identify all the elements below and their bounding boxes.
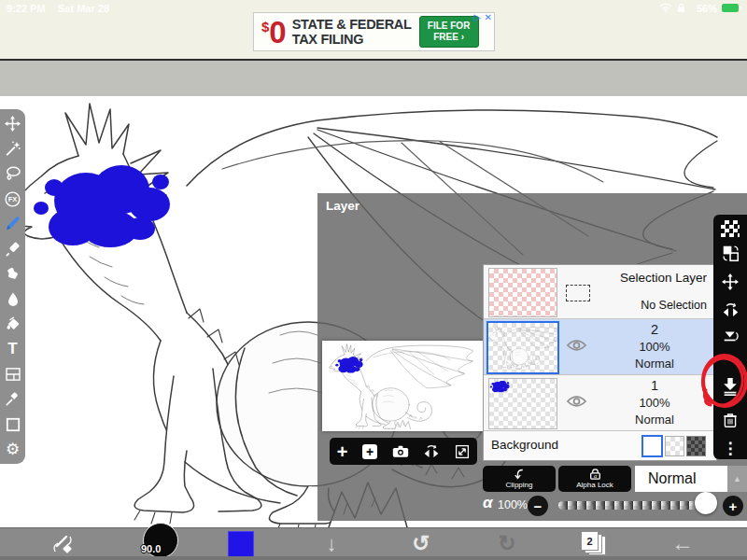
page-stack-front: 2 [581,531,599,551]
flip-layer-icon[interactable] [713,299,747,321]
selection-layer-thumbnail [488,268,557,317]
alpha-lock-button[interactable]: α Alpha Lock [558,466,631,492]
clipping-button[interactable]: Clipping [483,466,556,492]
plus-glyph: + [366,445,374,458]
red-circle-annotation [698,353,747,411]
alpha-decrease-button[interactable]: − [528,496,548,516]
delete-layer-icon[interactable] [713,409,747,431]
ad-cta-line1: FILE FOR [428,21,471,33]
background-row[interactable]: Background [484,431,716,460]
layer-2-name: 2 [606,322,703,337]
plus-glyph: + [337,442,348,461]
background-white-swatch[interactable] [641,435,663,457]
brush-size-value: 90.0 [141,543,161,554]
layer-convert-icon[interactable] [713,243,747,265]
lasso-tool-icon[interactable] [0,161,25,187]
fx-label: FX [8,195,18,203]
redo-button[interactable]: ↻ [495,529,519,557]
settings-gear-icon[interactable]: ⚙ [0,437,25,462]
alpha-lock-label: Alpha Lock [576,481,613,489]
layer-1-name: 1 [606,378,703,393]
bottom-toolbar: 90.0 ↓ ↺ ↻ 2 ← [0,527,747,560]
layer-row-2[interactable]: 2 100% Normal [484,319,716,375]
visibility-eye-icon[interactable] [566,338,587,353]
canvas-margin [0,59,747,96]
move-tool-icon[interactable] [0,111,25,136]
download-arrow-icon[interactable]: ↓ [320,530,343,558]
adchoices-icon[interactable]: ▷ [473,12,481,22]
back-button[interactable]: ← [669,529,697,557]
magic-wand-tool-icon[interactable] [0,136,25,161]
layer-1-thumbnail [488,378,557,429]
preview-toolbar: + + [330,438,477,465]
alpha-increase-button[interactable]: + [723,496,743,516]
color-swatch[interactable] [228,531,254,557]
layer-count-button[interactable]: 2 [581,531,607,557]
camera-import-icon[interactable] [392,445,409,458]
eraser-tool-icon[interactable] [0,236,25,261]
canvas-select-tool-icon[interactable] [0,412,25,437]
blend-mode-expand-button[interactable]: ▲ [727,466,747,492]
undo-glyph: ↺ [412,531,430,556]
more-options-icon[interactable]: ⋮ [713,437,747,459]
lock-icon [677,3,685,13]
ad-banner[interactable]: $0 STATE & FEDERAL TAX FILING FILE FOR F… [253,12,495,51]
fx-tool-icon[interactable]: FX [0,187,25,212]
undo-button[interactable]: ↺ [409,529,433,557]
gear-glyph: ⚙ [6,440,20,459]
minus-glyph: − [534,499,543,513]
frame-tool-icon[interactable] [0,362,25,387]
battery-tip [740,7,741,9]
ad-line1: STATE & FEDERAL [292,17,412,32]
add-layer-folder-icon[interactable]: + [362,444,377,459]
layer-panel-title: Layer [326,199,359,213]
blend-mode-dropdown[interactable]: Normal [635,466,727,492]
brush-size-indicator[interactable]: 90.0 [143,523,178,558]
alpha-slider-knob[interactable] [695,492,717,514]
text-tool-icon[interactable]: T [0,337,25,362]
transform-fit-icon[interactable] [455,444,470,459]
layer-2-mode: Normal [606,357,703,371]
back-glyph: ← [671,530,694,556]
down-arrow-glyph: ↓ [327,532,337,556]
left-toolbar: FX T ⚙ [0,109,25,464]
background-transparent-swatch[interactable] [665,436,684,456]
transparency-checker-icon[interactable] [721,220,740,237]
selection-layer-name: Selection Layer [620,271,707,285]
canvas-preview-image [324,343,484,429]
ad-text: STATE & FEDERAL TAX FILING [292,17,412,47]
smudge-tool-icon[interactable] [0,261,25,287]
merge-combine-icon[interactable] [713,327,747,349]
brush-tool-icon[interactable] [0,211,25,236]
brush-eraser-toggle-icon[interactable] [50,532,75,556]
layer-list: Selection Layer No Selection 2 100% Norm… [483,264,717,461]
paint-bucket-tool-icon[interactable] [0,312,25,337]
visibility-eye-icon[interactable] [566,394,587,409]
top-header: 9:22 PM Sat Mar 28 56% $0 STATE & FEDERA… [0,0,747,59]
text-tool-label: T [7,340,17,358]
flip-horizontal-icon[interactable] [423,444,440,458]
background-dark-swatch[interactable] [686,436,706,456]
eyedropper-tool-icon[interactable] [0,386,25,412]
layer-count-value: 2 [586,536,592,547]
canvas-preview[interactable] [322,341,486,431]
layer-2-thumbnail [486,321,559,374]
battery-percent: 56% [697,3,717,14]
plus-glyph: + [729,499,738,513]
selection-marquee-icon [566,285,590,301]
layer-panel: Layer + + Selection Layer No Selection 2… [317,193,747,521]
alpha-glyph: α [593,473,597,479]
move-layer-icon[interactable] [713,271,747,293]
wifi-icon [659,3,672,13]
ad-close-icon[interactable]: ✕ [485,12,492,22]
redo-glyph: ↻ [498,531,515,556]
alpha-slider-track[interactable] [558,501,698,510]
layer-row-1[interactable]: 1 100% Normal [484,375,716,431]
alpha-symbol: α [483,494,493,512]
ad-cta-button[interactable]: FILE FOR FREE › [419,16,479,48]
alpha-lock-icon: α [589,469,601,480]
add-layer-icon[interactable]: + [337,442,348,461]
selection-layer-row[interactable]: Selection Layer No Selection [484,265,716,319]
blur-drop-tool-icon[interactable] [0,287,25,312]
clipping-label: Clipping [506,481,533,489]
